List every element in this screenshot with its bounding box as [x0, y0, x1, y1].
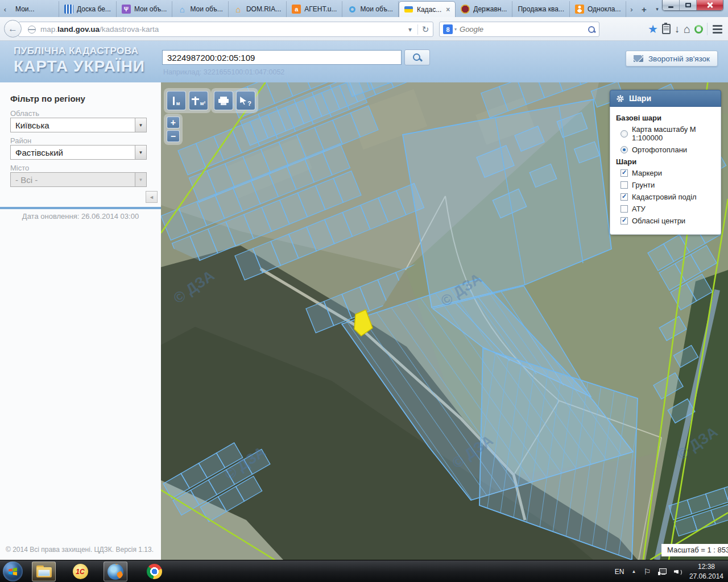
home-icon[interactable]: ⌂ — [684, 23, 690, 35]
windows-taskbar: 1С EN ▲ ⚐ 12:38 27.06.2014 — [0, 560, 728, 582]
close-icon — [706, 2, 713, 9]
taskbar-1c-button[interactable]: 1С — [68, 562, 92, 581]
region-filter-sidebar: Фільтр по регіону Область Київська ▼ Рай… — [0, 82, 161, 560]
layer-option-cadastre[interactable]: ✓ Кадастровий поділ — [621, 193, 715, 201]
hidden-icons-caret-icon[interactable]: ▲ — [631, 569, 636, 574]
network-icon[interactable] — [658, 568, 667, 575]
checkbox-icon[interactable] — [621, 181, 628, 189]
oblast-label: Область — [10, 109, 39, 118]
area-ruler-icon — [192, 97, 199, 105]
select-caret-icon[interactable]: ▼ — [135, 146, 146, 159]
maximize-button[interactable] — [680, 0, 697, 10]
menu-hamburger-icon[interactable] — [712, 24, 723, 35]
browser-search-box[interactable]: 8 ▾ — [439, 22, 599, 37]
taskbar-explorer-button[interactable] — [32, 562, 56, 581]
volume-icon[interactable] — [674, 568, 682, 575]
1c-icon: 1С — [73, 564, 88, 579]
start-button[interactable] — [3, 562, 23, 581]
search-magnifier-icon[interactable] — [588, 26, 595, 34]
tab-moi-ob-4[interactable]: Мои объ... — [342, 1, 399, 17]
taskbar-chrome-button[interactable] — [142, 562, 166, 581]
bookmark-star-icon[interactable]: ★ — [648, 23, 658, 35]
measure-length-button[interactable]: м — [167, 91, 186, 110]
bookmarks-menu-icon[interactable] — [662, 24, 671, 34]
data-updated-text: Дата оновлення: 26.06.2014 03:00 — [0, 212, 161, 221]
tab-moi-ob-2[interactable]: ΨМои объ... — [117, 1, 173, 17]
misto-select: - Всі - ▼ — [10, 172, 147, 187]
engine-caret-icon[interactable]: ▾ — [454, 27, 457, 32]
downloads-icon[interactable]: ↓ — [675, 24, 680, 34]
clock[interactable]: 12:38 27.06.2014 — [689, 562, 723, 580]
scale-indicator: Масштаб = 1 : 8531 — [661, 544, 728, 556]
feedback-button[interactable]: Зворотній зв'язок — [626, 51, 718, 66]
back-button[interactable]: ← — [4, 20, 22, 38]
radio-selected-icon[interactable] — [621, 146, 628, 153]
cadastral-number-input[interactable] — [162, 50, 402, 65]
checkbox-checked-icon[interactable]: ✓ — [621, 193, 628, 201]
reload-icon[interactable]: ↻ — [418, 22, 433, 36]
zoom-in-button[interactable]: + — [167, 117, 180, 128]
sidebar-collapse-button[interactable]: ◄ — [146, 191, 158, 203]
layer-option-markers[interactable]: ✓ Маркери — [621, 169, 715, 177]
state-emblem-icon — [461, 5, 470, 14]
envelope-icon — [634, 55, 643, 62]
layer-option-atu[interactable]: АТУ — [621, 205, 715, 213]
window-controls — [662, 0, 723, 11]
new-tab-button[interactable]: + — [636, 1, 651, 17]
tab-list-caret-icon[interactable]: ▾ — [651, 1, 663, 17]
layer-option-soils[interactable]: Грунти — [621, 181, 715, 189]
tab-moi-1[interactable]: Мои... — [10, 1, 59, 17]
checkbox-checked-icon[interactable]: ✓ — [621, 217, 628, 225]
base-layer-option-map100000[interactable]: Карта масштабу М 1:100000 — [621, 125, 715, 142]
action-center-flag-icon[interactable]: ⚐ — [643, 567, 651, 576]
tab-doska[interactable]: Доска бе... — [59, 1, 117, 17]
taskbar-firefox-button[interactable] — [104, 562, 127, 581]
measure-area-button[interactable]: м² — [189, 91, 208, 110]
print-button[interactable] — [214, 91, 233, 110]
layer-option-oblast-centers[interactable]: ✓ Обласні центри — [621, 217, 715, 225]
cadastral-search-button[interactable] — [404, 49, 430, 65]
tab-moi-ob-3[interactable]: ⌂Мои объ... — [172, 1, 229, 17]
system-tray: EN ▲ ⚐ 12:38 27.06.2014 — [615, 560, 728, 582]
tab-scroll-left-icon[interactable]: ‹ — [0, 1, 10, 17]
url-dropdown-icon[interactable]: ▾ — [403, 22, 417, 36]
odnoklassniki-icon — [575, 5, 584, 14]
tab-kadastrova-active[interactable]: Кадас...× — [399, 1, 456, 17]
url-text: map.land.gov.ua/kadastrova-karta — [40, 25, 159, 34]
minimize-icon — [668, 6, 673, 8]
close-button[interactable] — [697, 0, 723, 10]
tab-derzhavna[interactable]: Державн... — [456, 1, 512, 17]
select-caret-icon[interactable]: ▼ — [135, 118, 146, 132]
language-indicator[interactable]: EN — [615, 568, 624, 576]
magnifier-icon — [412, 53, 422, 63]
blue-ring-icon — [348, 5, 357, 14]
copyright-text: © 2014 Всі права захищені. ЦДЗК. Версія … — [6, 546, 154, 554]
addon-ring-icon[interactable] — [694, 25, 703, 34]
google-engine-icon[interactable]: 8 — [443, 24, 453, 34]
oblast-select[interactable]: Київська ▼ — [10, 118, 147, 132]
zoom-controls: + − — [164, 114, 182, 144]
tab-odnoklassniki[interactable]: Однокла... — [570, 1, 626, 17]
agent-a-icon: a — [292, 5, 301, 14]
checkbox-icon[interactable] — [621, 205, 628, 213]
layers-panel-header[interactable]: Шари — [610, 90, 721, 107]
checkbox-checked-icon[interactable]: ✓ — [621, 169, 628, 177]
zoom-out-button[interactable]: − — [167, 130, 180, 142]
base-layers-title: Базові шари — [616, 114, 715, 122]
base-layer-option-ortho[interactable]: Ортофотоплани — [621, 146, 715, 154]
browser-toolbar: ← map.land.gov.ua/kadastrova-karta ▾ ↻ 8… — [0, 17, 728, 41]
url-bar[interactable]: map.land.gov.ua/kadastrova-karta ▾ ↻ — [18, 22, 433, 37]
tab-agent[interactable]: aАГЕНТ.u... — [287, 1, 342, 17]
minimize-button[interactable] — [663, 0, 680, 10]
tab-prodazha[interactable]: Продажа ква... — [512, 1, 570, 17]
radio-icon[interactable] — [621, 130, 628, 138]
tab-domria[interactable]: ⌂DOM.RIA... — [229, 1, 287, 17]
rayon-select[interactable]: Фастівський ▼ — [10, 145, 147, 160]
restaurant-fork-icon: Ψ — [122, 5, 131, 14]
maximize-icon — [685, 3, 691, 7]
tab-close-icon[interactable]: × — [446, 6, 450, 14]
identify-button[interactable]: ? — [236, 91, 255, 110]
tab-scroll-right-icon[interactable]: › — [626, 1, 636, 17]
ruler-icon — [173, 97, 175, 105]
browser-search-input[interactable] — [460, 25, 588, 34]
